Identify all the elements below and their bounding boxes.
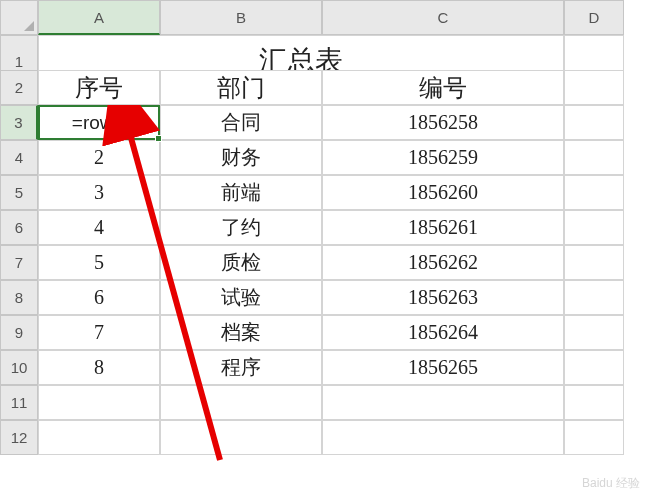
cell-D8[interactable] xyxy=(564,280,624,315)
cell-B6[interactable]: 了约 xyxy=(160,210,322,245)
row-header-6[interactable]: 6 xyxy=(0,210,38,245)
cell-B4[interactable]: 财务 xyxy=(160,140,322,175)
cell-D3[interactable] xyxy=(564,105,624,140)
cell-A8[interactable]: 6 xyxy=(38,280,160,315)
cell-C7[interactable]: 1856262 xyxy=(322,245,564,280)
col-header-A[interactable]: A xyxy=(38,0,160,35)
cell-D12[interactable] xyxy=(564,420,624,455)
cell-C9[interactable]: 1856264 xyxy=(322,315,564,350)
cell-A7[interactable]: 5 xyxy=(38,245,160,280)
row-header-4[interactable]: 4 xyxy=(0,140,38,175)
cell-D11[interactable] xyxy=(564,385,624,420)
cell-C8[interactable]: 1856263 xyxy=(322,280,564,315)
cell-B5[interactable]: 前端 xyxy=(160,175,322,210)
cell-C5[interactable]: 1856260 xyxy=(322,175,564,210)
row-header-7[interactable]: 7 xyxy=(0,245,38,280)
cell-A5[interactable]: 3 xyxy=(38,175,160,210)
cell-D5[interactable] xyxy=(564,175,624,210)
cell-B10[interactable]: 程序 xyxy=(160,350,322,385)
row-header-9[interactable]: 9 xyxy=(0,315,38,350)
cell-B7[interactable]: 质检 xyxy=(160,245,322,280)
cell-B9[interactable]: 档案 xyxy=(160,315,322,350)
cell-D6[interactable] xyxy=(564,210,624,245)
cell-C11[interactable] xyxy=(322,385,564,420)
cell-B8[interactable]: 试验 xyxy=(160,280,322,315)
row-header-10[interactable]: 10 xyxy=(0,350,38,385)
cell-D7[interactable] xyxy=(564,245,624,280)
watermark: Baidu 经验 xyxy=(582,475,640,492)
cell-A12[interactable] xyxy=(38,420,160,455)
header-dept[interactable]: 部门 xyxy=(160,70,322,105)
cell-D4[interactable] xyxy=(564,140,624,175)
cell-A10[interactable]: 8 xyxy=(38,350,160,385)
cell-C6[interactable]: 1856261 xyxy=(322,210,564,245)
row-header-3[interactable]: 3 xyxy=(0,105,38,140)
cell-A4[interactable]: 2 xyxy=(38,140,160,175)
col-header-B[interactable]: B xyxy=(160,0,322,35)
cell-C12[interactable] xyxy=(322,420,564,455)
cell-A3-active[interactable]: =row() xyxy=(38,105,160,140)
formula-text: =row() xyxy=(72,112,126,134)
cell-C4[interactable]: 1856259 xyxy=(322,140,564,175)
cell-A9[interactable]: 7 xyxy=(38,315,160,350)
cell-A11[interactable] xyxy=(38,385,160,420)
col-header-C[interactable]: C xyxy=(322,0,564,35)
cell-B3[interactable]: 合同 xyxy=(160,105,322,140)
cell-C10[interactable]: 1856265 xyxy=(322,350,564,385)
row-header-8[interactable]: 8 xyxy=(0,280,38,315)
cell-D2[interactable] xyxy=(564,70,624,105)
cell-B11[interactable] xyxy=(160,385,322,420)
cell-C3[interactable]: 1856258 xyxy=(322,105,564,140)
spreadsheet-grid[interactable]: A B C D 1 汇总表 2 序号 部门 编号 3 =row() 合同 185… xyxy=(0,0,650,455)
header-code[interactable]: 编号 xyxy=(322,70,564,105)
cell-D10[interactable] xyxy=(564,350,624,385)
fill-handle[interactable] xyxy=(155,135,162,142)
col-header-D[interactable]: D xyxy=(564,0,624,35)
row-header-12[interactable]: 12 xyxy=(0,420,38,455)
cell-A6[interactable]: 4 xyxy=(38,210,160,245)
row-header-5[interactable]: 5 xyxy=(0,175,38,210)
cell-B12[interactable] xyxy=(160,420,322,455)
select-all-corner[interactable] xyxy=(0,0,38,35)
cell-D9[interactable] xyxy=(564,315,624,350)
row-header-2[interactable]: 2 xyxy=(0,70,38,105)
row-header-11[interactable]: 11 xyxy=(0,385,38,420)
header-seq[interactable]: 序号 xyxy=(38,70,160,105)
